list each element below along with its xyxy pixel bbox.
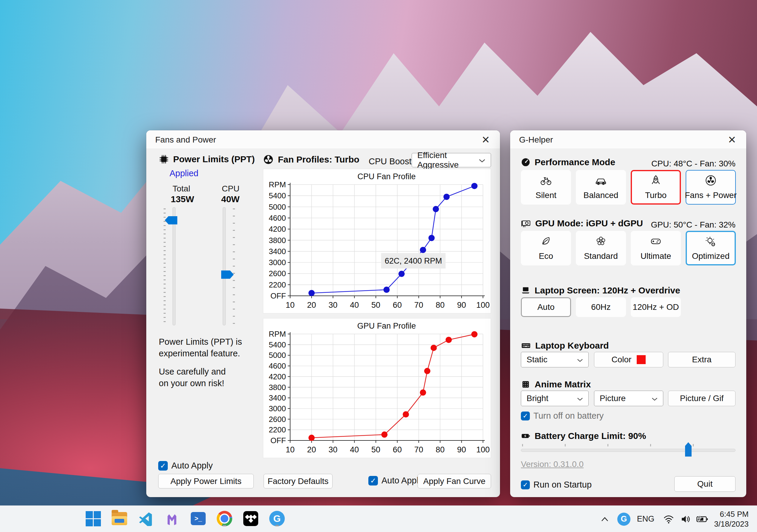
ghelper-titlebar[interactable]: G-Helper × (510, 130, 746, 149)
mode-button-eco[interactable]: Eco (521, 231, 571, 266)
cpu-temp-fan-status: CPU: 48°C - Fan: 30% (651, 159, 736, 168)
tidal-icon[interactable] (242, 510, 259, 527)
mode-button-fans-power[interactable]: Fans + Power (686, 170, 736, 205)
fans-window-titlebar[interactable]: Fans and Power × (146, 130, 500, 149)
svg-text:30: 30 (329, 301, 338, 310)
battery-charge-limit-header: Battery Charge Limit: 90% (521, 431, 646, 441)
tray-chevron-up[interactable] (597, 506, 613, 532)
mode-button-label: Optimized (692, 251, 730, 261)
tray-battery[interactable] (694, 506, 711, 532)
total-slider-thumb[interactable] (165, 216, 177, 225)
keyboard-extra-button[interactable]: Extra (668, 352, 736, 367)
svg-text:3800: 3800 (269, 236, 286, 245)
checkbox-checked-icon[interactable]: ✓ (368, 476, 378, 486)
tidal-logo-icon (243, 511, 258, 526)
close-icon[interactable]: × (724, 132, 740, 148)
fan-profiles-header: Fan Profiles: Turbo (263, 154, 359, 165)
turn-off-on-battery-checkbox[interactable]: ✓ Turn off on battery (521, 411, 604, 421)
screen-mode-buttons: Auto60Hz120Hz + OD (521, 297, 681, 317)
svg-text:5000: 5000 (269, 351, 286, 360)
turn-off-on-battery-label: Turn off on battery (533, 411, 604, 421)
factory-defaults-button[interactable]: Factory Defaults (263, 474, 333, 489)
auto-apply-power-checkbox[interactable]: ✓ Auto Apply (158, 461, 213, 471)
start-button[interactable] (84, 510, 102, 527)
svg-text:3400: 3400 (269, 247, 286, 256)
svg-text:2200: 2200 (269, 425, 286, 434)
cpu-boost-dropdown[interactable]: Efficient Aggressive (411, 153, 491, 167)
svg-text:5400: 5400 (269, 340, 286, 349)
mode-button-ultimate[interactable]: Ultimate (631, 231, 681, 266)
version-link[interactable]: Version: 0.31.0.0 (521, 460, 584, 469)
wifi-icon (663, 515, 674, 524)
run-on-startup-checkbox[interactable]: ✓ Run on Startup (521, 480, 591, 490)
power-limits-header: Power Limits (PPT) (159, 154, 255, 164)
chrome-icon[interactable] (216, 510, 233, 527)
auto-apply-fan-checkbox[interactable]: ✓ Auto Apply (368, 476, 423, 486)
quit-button[interactable]: Quit (674, 476, 736, 492)
svg-text:4200: 4200 (269, 225, 286, 234)
gpu-fan-chart-panel[interactable]: GPU Fan ProfileOFF2200260030003400380042… (263, 318, 491, 458)
cpu-slider-ticks (233, 209, 235, 325)
vscode-logo-icon (138, 511, 153, 526)
mode-button-silent[interactable]: Silent (521, 170, 571, 205)
apply-power-limits-button[interactable]: Apply Power Limits (158, 474, 254, 489)
svg-text:OFF: OFF (270, 436, 286, 445)
bulb-gear-icon (705, 235, 717, 248)
vscode-icon[interactable] (137, 510, 154, 527)
tray-wifi[interactable] (660, 506, 677, 532)
file-explorer-icon[interactable] (111, 510, 128, 527)
mode-button-60hz[interactable]: 60Hz (576, 297, 626, 317)
mode-button-standard[interactable]: Standard (576, 231, 626, 266)
gpu-fan-chart[interactable]: GPU Fan ProfileOFF2200260030003400380042… (263, 319, 491, 458)
chevron-up-icon (601, 517, 609, 521)
matrix-mode-dropdown[interactable]: Picture (594, 391, 663, 406)
performance-mode-header: Performance Mode (521, 157, 615, 167)
checkbox-checked-icon[interactable]: ✓ (158, 461, 168, 471)
mode-button-turbo[interactable]: Turbo (631, 170, 681, 205)
fan-icon (263, 154, 274, 165)
visual-studio-icon[interactable] (163, 510, 181, 527)
mode-button-auto[interactable]: Auto (521, 297, 571, 317)
keyboard-mode-dropdown[interactable]: Static (521, 352, 589, 367)
close-icon[interactable]: × (478, 132, 494, 148)
matrix-brightness-dropdown[interactable]: Bright (521, 391, 589, 406)
svg-text:100: 100 (476, 301, 490, 310)
mode-button-label: Turbo (645, 190, 667, 200)
checkbox-checked-icon[interactable]: ✓ (521, 411, 530, 420)
cpu-slider-track[interactable] (223, 207, 226, 325)
tray-volume[interactable] (677, 506, 694, 532)
matrix-picture-gif-button[interactable]: Picture / Gif (668, 391, 736, 406)
tray-clock[interactable]: 6:45 PM 3/18/2023 (714, 506, 749, 532)
cpu-fan-chart[interactable]: CPU Fan ProfileOFF2200260030003400380042… (263, 169, 491, 313)
cpu-fan-chart-panel[interactable]: CPU Fan ProfileOFF2200260030003400380042… (263, 169, 491, 313)
g-helper-taskbar-icon[interactable]: G (268, 510, 286, 527)
svg-text:90: 90 (457, 445, 466, 454)
tray-language[interactable]: ENG (635, 506, 656, 532)
chrome-logo-icon (217, 511, 232, 526)
mode-button-120hz-od[interactable]: 120Hz + OD (631, 297, 681, 317)
gamepad-icon (650, 235, 662, 248)
mode-button-balanced[interactable]: Balanced (576, 170, 626, 205)
chip-icon (159, 154, 169, 164)
g-helper-window: G-Helper × Performance Mode CPU: 48°C - … (510, 130, 746, 497)
applied-link[interactable]: Applied (169, 168, 198, 178)
svg-text:2200: 2200 (269, 280, 286, 289)
tray-g-helper-icon[interactable]: G (616, 506, 632, 532)
keyboard-color-button[interactable]: Color (594, 352, 663, 367)
clock-date: 3/18/2023 (714, 519, 749, 529)
battery-slider-track[interactable] (521, 449, 736, 452)
apply-fan-curve-button[interactable]: Apply Fan Curve (418, 474, 491, 489)
g-helper-logo-icon: G (269, 511, 285, 526)
ghelper-title: G-Helper (519, 135, 553, 145)
running-indicator (275, 525, 279, 526)
chevron-down-icon (651, 394, 658, 403)
svg-text:90: 90 (457, 301, 466, 310)
flower-icon (595, 235, 607, 248)
total-slider-track[interactable] (172, 207, 175, 325)
mode-button-optimized[interactable]: Optimized (686, 231, 736, 266)
checkbox-checked-icon[interactable]: ✓ (521, 480, 530, 490)
gpu-temp-fan-status: GPU: 50°C - Fan: 32% (651, 220, 736, 230)
mode-button-label: Ultimate (641, 251, 671, 261)
powershell-icon[interactable]: >_ (190, 510, 207, 527)
cpu-slider-thumb[interactable] (221, 270, 234, 279)
